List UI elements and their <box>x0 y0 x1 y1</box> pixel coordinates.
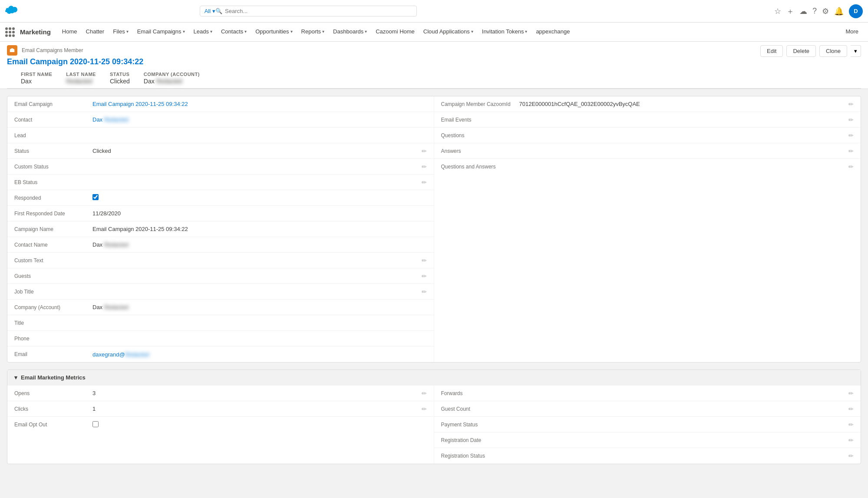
detail-right-col: Campaign Member CazoomId 7012E000001hCcf… <box>434 96 861 362</box>
edit-icon-guest-count[interactable]: ✏ <box>848 406 854 412</box>
row-company-account: Company (Account) Dax Redacted <box>7 300 434 315</box>
search-bar: All ▾ 🔍 <box>200 6 417 16</box>
app-nav: Marketing Home Chatter Files▾ Email Camp… <box>0 23 868 42</box>
value-campaign-member-cazoomi-id: 7012E000001hCcfQAE_0032E00002yvBycQAE <box>519 101 849 107</box>
avatar[interactable]: D <box>849 4 863 18</box>
nav-opportunities[interactable]: Opportunities▾ <box>251 23 297 42</box>
label-email-campaign: Email Campaign <box>14 101 92 107</box>
edit-icon-job-title[interactable]: ✏ <box>422 288 427 295</box>
nav-invitation-tokens[interactable]: Invitation Tokens▾ <box>478 23 532 42</box>
app-title: Marketing <box>20 28 51 36</box>
edit-icon-opens[interactable]: ✏ <box>422 390 427 397</box>
notification-button[interactable]: 🔔 <box>834 7 844 16</box>
label-custom-status: Custom Status <box>14 164 92 170</box>
updates-button[interactable]: ☁ <box>799 7 807 16</box>
edit-icon-cazoomi-id[interactable]: ✏ <box>848 101 854 108</box>
add-button[interactable]: ＋ <box>786 6 794 16</box>
row-status: Status Clicked ✏ <box>7 143 434 159</box>
nav-files[interactable]: Files▾ <box>109 23 132 42</box>
edit-icon-registration-date[interactable]: ✏ <box>848 437 854 444</box>
nav-home[interactable]: Home <box>58 23 82 42</box>
top-bar: All ▾ 🔍 ☆ ＋ ☁ ? ⚙ 🔔 D <box>0 0 868 23</box>
summary-fields: First Name Dax Last Name Redacted Status… <box>7 66 861 89</box>
value-contact: Dax Redacted <box>92 116 427 123</box>
row-contact-name: Contact Name Dax Redacted <box>7 237 434 253</box>
edit-button[interactable]: Edit <box>760 45 783 57</box>
edit-icon-guests[interactable]: ✏ <box>422 273 427 280</box>
edit-icon-payment-status[interactable]: ✏ <box>848 421 854 428</box>
app-launcher-button[interactable] <box>5 27 15 37</box>
label-answers: Answers <box>441 148 519 154</box>
row-payment-status: Payment Status ✏ <box>434 417 861 432</box>
label-clicks: Clicks <box>14 406 92 412</box>
edit-icon-custom-status[interactable]: ✏ <box>422 163 427 170</box>
actions-dropdown-button[interactable]: ▾ <box>851 45 861 57</box>
settings-button[interactable]: ⚙ <box>822 7 829 16</box>
label-contact-name: Contact Name <box>14 242 92 248</box>
metrics-header[interactable]: ▾ Email Marketing Metrics <box>7 370 861 386</box>
edit-icon-questions-and-answers[interactable]: ✏ <box>848 163 854 170</box>
summary-company-value: Dax Redacted <box>144 78 200 85</box>
label-contact: Contact <box>14 117 92 123</box>
edit-icon-eb-status[interactable]: ✏ <box>422 179 427 186</box>
label-payment-status: Payment Status <box>441 422 519 428</box>
nav-dashboards[interactable]: Dashboards▾ <box>329 23 371 42</box>
nav-contacts[interactable]: Contacts▾ <box>217 23 251 42</box>
edit-icon-forwards[interactable]: ✏ <box>848 390 854 397</box>
label-status: Status <box>14 148 92 154</box>
value-first-responded-date: 11/28/2020 <box>92 210 427 217</box>
nav-chatter[interactable]: Chatter <box>82 23 109 42</box>
row-registration-date: Registration Date ✏ <box>434 432 861 448</box>
edit-icon-questions[interactable]: ✏ <box>848 132 854 139</box>
summary-first-name: First Name Dax <box>21 72 52 85</box>
nav-leads[interactable]: Leads▾ <box>189 23 217 42</box>
label-email-events: Email Events <box>441 117 519 123</box>
summary-last-name-value: Redacted <box>66 78 96 85</box>
responded-checkbox[interactable] <box>92 194 99 200</box>
detail-grid: Email Campaign Email Campaign 2020-11-25… <box>7 96 861 362</box>
row-job-title: Job Title ✏ <box>7 284 434 300</box>
value-opens: 3 <box>92 390 422 396</box>
campaign-icon <box>7 45 17 56</box>
value-campaign-name: Email Campaign 2020-11-25 09:34:22 <box>92 226 427 232</box>
value-email: daxegrand@Redacted <box>92 351 427 358</box>
nav-appexchange[interactable]: appexchange <box>531 23 574 42</box>
label-forwards: Forwards <box>441 390 519 396</box>
nav-reports[interactable]: Reports▾ <box>297 23 329 42</box>
value-email-campaign: Email Campaign 2020-11-25 09:34:22 <box>92 101 427 107</box>
nav-cloud-applications[interactable]: Cloud Applications▾ <box>419 23 478 42</box>
label-first-responded-date: First Responded Date <box>14 211 92 217</box>
metrics-grid: Opens 3 ✏ Clicks 1 ✏ Email Opt Out <box>7 386 861 464</box>
summary-company: Company (Account) Dax Redacted <box>144 72 200 85</box>
nav-cazoomi-home[interactable]: Cazoomi Home <box>371 23 419 42</box>
search-input[interactable] <box>225 8 412 14</box>
row-email: Email daxegrand@Redacted <box>7 346 434 362</box>
label-title: Title <box>14 320 92 326</box>
salesforce-logo <box>5 4 19 18</box>
summary-last-name-label: Last Name <box>66 72 96 77</box>
favorites-button[interactable]: ☆ <box>774 7 781 16</box>
edit-icon-registration-status[interactable]: ✏ <box>848 452 854 459</box>
search-all-button[interactable]: All ▾ <box>205 8 215 14</box>
email-opt-out-checkbox[interactable] <box>92 421 99 427</box>
edit-icon-answers[interactable]: ✏ <box>848 148 854 155</box>
edit-icon-clicks[interactable]: ✏ <box>422 406 427 412</box>
label-responded: Responded <box>14 195 92 201</box>
row-forwards: Forwards ✏ <box>434 386 861 401</box>
record-actions: Edit Delete Clone ▾ <box>760 45 861 60</box>
summary-company-label: Company (Account) <box>144 72 200 77</box>
delete-button[interactable]: Delete <box>786 45 816 57</box>
help-button[interactable]: ? <box>812 7 817 16</box>
nav-more[interactable]: More <box>841 23 863 42</box>
metrics-right-col: Forwards ✏ Guest Count ✏ Payment Status … <box>434 386 861 464</box>
row-guests: Guests ✏ <box>7 268 434 284</box>
record-header-top: Email Campaigns Member Email Campaign 20… <box>7 45 861 66</box>
value-status: Clicked <box>92 148 422 154</box>
row-custom-text: Custom Text ✏ <box>7 253 434 268</box>
row-contact: Contact Dax Redacted <box>7 112 434 128</box>
edit-icon-email-events[interactable]: ✏ <box>848 116 854 123</box>
edit-icon-status[interactable]: ✏ <box>422 148 427 155</box>
clone-button[interactable]: Clone <box>819 45 847 57</box>
edit-icon-custom-text[interactable]: ✏ <box>422 257 427 264</box>
nav-email-campaigns[interactable]: Email Campaigns▾ <box>133 23 189 42</box>
